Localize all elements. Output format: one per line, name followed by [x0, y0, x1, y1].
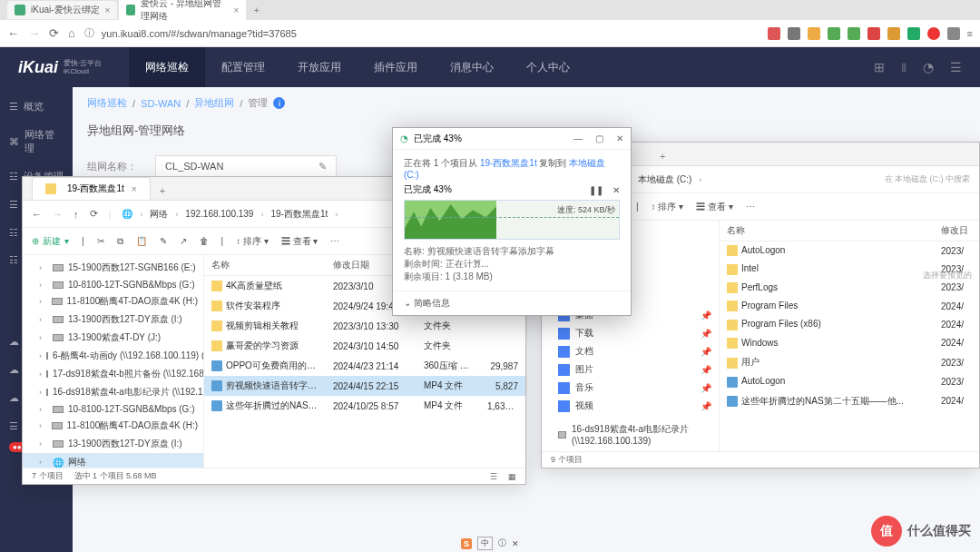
quick-access-item[interactable]: 图片📌: [542, 360, 719, 379]
list-item[interactable]: Program Files2024/: [720, 297, 979, 315]
tree-item[interactable]: ›10-8100-12T-SGNB&Mbps (G:): [23, 277, 203, 292]
extension-icon[interactable]: [947, 27, 960, 40]
forward-button[interactable]: →: [53, 209, 63, 220]
sort-button[interactable]: ↕ 排序 ▾: [236, 235, 269, 248]
close-icon[interactable]: ×: [105, 5, 111, 15]
view-button[interactable]: ☰ 查看 ▾: [696, 201, 733, 213]
sort-button[interactable]: ↕ 排序 ▾: [652, 201, 684, 213]
col-date[interactable]: 修改日: [934, 221, 979, 241]
grid-icon[interactable]: ⊞: [874, 60, 885, 75]
src-link[interactable]: 19-西数黑盘1t: [480, 158, 537, 168]
extension-icon[interactable]: [768, 27, 780, 40]
extension-icon[interactable]: [788, 27, 800, 40]
view-details-icon[interactable]: ☰: [490, 472, 497, 481]
sidebar-item[interactable]: ☰概览: [0, 93, 73, 121]
col-name[interactable]: 名称: [720, 221, 934, 241]
close-icon[interactable]: ×: [234, 5, 240, 15]
back-button[interactable]: ←: [7, 26, 19, 40]
more-button[interactable]: ⋯: [746, 202, 755, 212]
more-button[interactable]: ⋯: [330, 236, 339, 246]
nav-item[interactable]: 网络巡检: [129, 47, 205, 88]
tree-item[interactable]: ›10-8100-12T-SGNB&Mbps (G:): [23, 401, 203, 417]
minimize-button[interactable]: —: [573, 133, 583, 143]
view-grid-icon[interactable]: ▦: [508, 472, 516, 481]
explorer-tab[interactable]: 19-西数黑盘1t×: [32, 177, 151, 200]
quick-access-item[interactable]: 16-ds918紫盘4t-a电影纪录片 (\\192.168.100.139): [542, 420, 719, 448]
list-item[interactable]: 视频剪辑相关教程2023/3/10 13:30文件夹: [204, 316, 525, 336]
list-item[interactable]: 赢哥爱的学习资源2024/3/10 14:50文件夹: [204, 336, 525, 356]
list-item[interactable]: OPPO可免费商用的字体font-opposans2024/4/23 21:14…: [204, 356, 525, 376]
tree-item[interactable]: ›11-8100酷鹰4T-DAO原盘4K (H:): [23, 417, 203, 435]
tree-item[interactable]: ›🌐网络: [23, 453, 203, 468]
browser-tab[interactable]: 爱快云 - 异地组网管理网络×: [119, 0, 246, 25]
quick-access-item[interactable]: 视频📌: [542, 397, 719, 415]
list-item[interactable]: AutoLogon2023/: [720, 242, 979, 260]
tree-item[interactable]: ›13-1900紫盘4T-DY (J:): [23, 329, 203, 347]
list-item[interactable]: Program Files (x86)2024/: [720, 315, 979, 333]
extension-icon[interactable]: [828, 27, 840, 40]
user-icon[interactable]: ☰: [950, 60, 962, 75]
breadcrumb-link[interactable]: 网络巡检: [87, 96, 127, 110]
delete-icon[interactable]: 🗑: [200, 236, 209, 246]
list-item[interactable]: 这些年折腾过的NAS第二十五期——他...2024/: [720, 391, 979, 411]
pin-icon[interactable]: ✕: [512, 539, 519, 548]
paste-icon[interactable]: 📋: [136, 236, 147, 246]
explorer-tree[interactable]: ›15-1900西数12T-SGNB166 (E:)›10-8100-12T-S…: [23, 255, 204, 468]
nav-item[interactable]: 开放应用: [281, 47, 358, 88]
extension-icon[interactable]: [867, 27, 880, 40]
search-hint[interactable]: 在 本地磁盘 (C:) 中搜索: [885, 173, 971, 185]
col-name[interactable]: 名称: [204, 255, 326, 275]
tree-item[interactable]: ›16-ds918紫盘4t-a电影纪录片 (\\192.168.100.139): [23, 383, 203, 401]
back-button[interactable]: ←: [32, 209, 42, 220]
list-item[interactable]: 用户2023/: [720, 352, 979, 372]
nav-item[interactable]: 配置管理: [205, 47, 281, 88]
cancel-button[interactable]: ✕: [612, 185, 620, 195]
info-icon[interactable]: i: [273, 97, 285, 109]
tree-item[interactable]: ›15-1900西数12T-SGNB166 (E:): [23, 259, 203, 277]
network-name-input[interactable]: CL_SD-WAN✎: [155, 155, 337, 178]
dialog-titlebar[interactable]: ◔ 已完成 43% — ▢ ✕: [393, 128, 631, 150]
extension-icon[interactable]: [848, 27, 860, 40]
tree-item[interactable]: ›11-8100酷鹰4T-DAO原盘4K (H:): [23, 292, 203, 310]
quick-access-item[interactable]: 音乐📌: [542, 379, 719, 397]
extension-icon[interactable]: [808, 27, 820, 40]
close-button[interactable]: ✕: [616, 133, 623, 143]
copy-progress-dialog[interactable]: ◔ 已完成 43% — ▢ ✕ 正在将 1 个项目从 19-西数黑盘1t 复制到…: [392, 127, 632, 316]
breadcrumb-link[interactable]: SD-WAN: [141, 98, 181, 109]
copy-icon[interactable]: ⧉: [117, 236, 123, 247]
nav-item[interactable]: 插件应用: [358, 47, 434, 88]
list-item[interactable]: 这些年折腾过的NAS第二十五期——他...2024/10/25 8:57MP4 …: [204, 396, 525, 416]
lang-indicator[interactable]: 中: [477, 537, 493, 550]
rename-icon[interactable]: ✎: [160, 236, 167, 246]
tree-item[interactable]: ›6-酷鹰4t-动画dy (\\192.168.100.119) (X:): [23, 347, 203, 365]
sogou-icon[interactable]: S: [461, 538, 472, 549]
quick-access-item[interactable]: 下载📌: [542, 324, 719, 342]
extension-icon[interactable]: [927, 27, 940, 40]
pause-button[interactable]: ❚❚: [589, 185, 603, 195]
reload-button[interactable]: ⟳: [49, 26, 59, 40]
breadcrumb-link[interactable]: 异地组网: [194, 96, 234, 110]
extension-icon[interactable]: [887, 27, 900, 40]
new-tab-button[interactable]: +: [253, 5, 259, 15]
menu-icon[interactable]: ≡: [967, 28, 973, 39]
maximize-button[interactable]: ▢: [595, 133, 603, 143]
reload-button[interactable]: ⟳: [90, 208, 98, 220]
new-tab-button[interactable]: +: [151, 182, 174, 200]
tree-item[interactable]: ›13-1900西数12T-DY原盘 (I:): [23, 310, 203, 329]
tree-item[interactable]: ›13-1900西数12T-DY原盘 (I:): [23, 435, 203, 453]
home-button[interactable]: ⌂: [68, 26, 75, 40]
new-tab-button[interactable]: +: [651, 147, 674, 165]
view-button[interactable]: ☰ 查看 ▾: [281, 235, 318, 248]
browser-tab[interactable]: iKuai-爱快云绑定×: [7, 1, 117, 19]
sidebar-item[interactable]: ⌘网络管理: [0, 121, 73, 163]
path-breadcrumb[interactable]: 🌐› 网络› 192.168.100.139› 19-西数黑盘1t›: [122, 208, 338, 221]
forward-button[interactable]: →: [28, 26, 40, 40]
cut-icon[interactable]: ✂: [97, 236, 104, 246]
edit-icon[interactable]: ✎: [318, 161, 327, 172]
list-item[interactable]: Windows2024/: [720, 334, 979, 352]
input-method-icon[interactable]: ⓘ: [498, 537, 506, 549]
quick-access-item[interactable]: 文档📌: [542, 342, 719, 360]
chart-icon[interactable]: ⫴: [901, 60, 906, 75]
tree-item[interactable]: ›17-ds918紫盘4t-b照片备份 (\\192.168.100.139): [23, 365, 203, 383]
list-item[interactable]: AutoLogon2023/: [720, 372, 979, 390]
